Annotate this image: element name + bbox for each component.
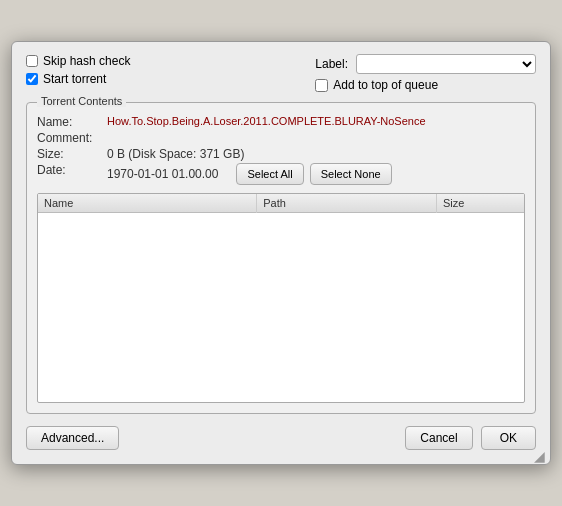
select-buttons: Select All Select None [236,163,391,185]
ok-button[interactable]: OK [481,426,536,450]
label-select[interactable] [356,54,536,74]
start-torrent-checkbox[interactable] [26,73,38,85]
name-value: How.To.Stop.Being.A.Loser.2011.COMPLETE.… [107,115,525,129]
date-label: Date: [37,163,107,185]
info-grid: Name: How.To.Stop.Being.A.Loser.2011.COM… [37,115,525,185]
name-label: Name: [37,115,107,129]
bottom-buttons: Advanced... Cancel OK [26,426,536,450]
torrent-contents-group: Torrent Contents Name: How.To.Stop.Being… [26,102,536,414]
group-legend: Torrent Contents [37,95,126,107]
size-value: 0 B (Disk Space: 371 GB) [107,147,525,161]
col-header-path: Path [257,194,437,213]
checkboxes-group: Skip hash check Start torrent [26,54,130,86]
advanced-button[interactable]: Advanced... [26,426,119,450]
start-torrent-row: Start torrent [26,72,130,86]
select-all-button[interactable]: Select All [236,163,303,185]
date-row: 1970-01-01 01.00.00 Select All Select No… [107,163,525,185]
comment-label: Comment: [37,131,107,145]
label-field-label: Label: [315,57,348,71]
label-row: Label: [315,54,536,74]
select-none-button[interactable]: Select None [310,163,392,185]
cancel-button[interactable]: Cancel [405,426,472,450]
col-header-size: Size [437,194,525,213]
skip-hash-check-row: Skip hash check [26,54,130,68]
file-table-body [38,213,524,398]
comment-value [107,131,525,145]
start-torrent-label: Start torrent [43,72,106,86]
resize-handle[interactable]: ◢ [534,448,546,460]
skip-hash-check-label: Skip hash check [43,54,130,68]
col-header-name: Name [38,194,257,213]
add-to-queue-row: Add to top of queue [315,78,438,92]
add-to-queue-checkbox[interactable] [315,79,328,92]
date-value: 1970-01-01 01.00.00 [107,167,218,181]
add-to-queue-label: Add to top of queue [333,78,438,92]
add-torrent-dialog: Skip hash check Start torrent Label: Add… [11,41,551,465]
size-label: Size: [37,147,107,161]
file-table-header: Name Path Size [38,194,524,213]
top-section: Skip hash check Start torrent Label: Add… [26,54,536,92]
skip-hash-check-checkbox[interactable] [26,55,38,67]
file-table: Name Path Size [38,194,524,398]
right-top-section: Label: Add to top of queue [315,54,536,92]
file-table-container: Name Path Size [37,193,525,403]
right-buttons: Cancel OK [405,426,536,450]
